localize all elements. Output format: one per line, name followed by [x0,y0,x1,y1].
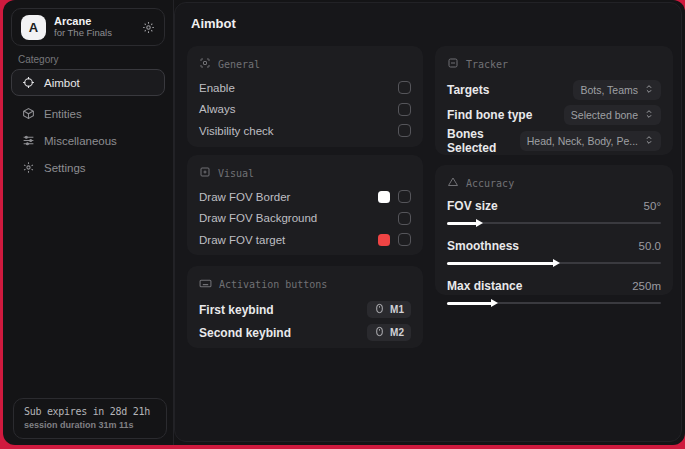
general-card: General Enable Always Visibility check [187,46,423,147]
tracker-row: Targets Bots, Teams [447,77,661,103]
slider-label: Smoothness [447,239,519,253]
card-title-label: Accuracy [466,178,514,189]
keybind-row: First keybind M1 [199,298,411,321]
general-card-header: General [199,57,411,71]
card-title-label: Tracker [466,59,508,70]
slider-group: FOV size 50° [447,196,661,229]
activation-card-header: Activation buttons [199,277,411,292]
sidebar-item-settings[interactable]: Settings [11,154,165,181]
accuracy-card: Accuracy FOV size 50° Smoothness 50.0 [435,165,673,295]
fov-border-color-swatch[interactable] [378,191,390,203]
slider-header: Max distance 250m [447,276,661,296]
session-duration-text: session duration 31m 11s [24,420,156,430]
draw-fov-background-checkbox[interactable] [398,212,411,225]
sidebar: A Arcane for The Finals Category Aimbot [3,0,174,445]
slider-value: 50° [644,200,661,212]
entities-icon [22,107,35,120]
tracker-label: Find bone type [447,108,532,122]
max-distance-slider[interactable] [447,297,661,309]
sliders-icon [22,134,35,147]
keybind-label: Second keybind [199,326,291,340]
sidebar-item-label: Miscellaneous [44,135,117,147]
visual-card: Visual Draw FOV Border Draw FOV Backgrou… [187,155,423,255]
targets-select[interactable]: Bots, Teams [573,80,661,100]
chevrons-up-down-icon [644,109,654,121]
sidebar-item-miscellaneous[interactable]: Miscellaneous [11,127,165,154]
keyboard-icon [199,277,212,292]
scan-icon [199,57,211,71]
main-panel: Aimbot General Enable Always Visibility … [174,2,682,442]
app-header-card: A Arcane for The Finals [11,8,165,46]
category-label: Category [18,54,173,65]
visibility-check-checkbox[interactable] [398,124,411,137]
setting-controls [378,233,411,246]
keybind-row: Second keybind M2 [199,321,411,344]
tracker-label: Bones Selected [447,127,520,155]
subscription-card: Sub expires in 28d 21h session duration … [13,398,167,439]
draw-fov-border-checkbox[interactable] [398,190,411,203]
slider-group: Smoothness 50.0 [447,236,661,269]
minus-square-icon [447,57,459,71]
sidebar-item-label: Entities [44,108,82,120]
smoothness-slider[interactable] [447,257,661,269]
slider-value: 250m [632,280,661,292]
setting-label: Visibility check [199,125,274,137]
mouse-icon [374,326,385,339]
card-title-label: Activation buttons [219,279,327,290]
slider-header: FOV size 50° [447,196,661,216]
chevrons-up-down-icon [644,135,654,147]
slider-group: Max distance 250m [447,276,661,309]
app-title-block: Arcane for The Finals [54,15,134,39]
slider-fill [447,302,492,305]
sidebar-menu: Aimbot Entities Miscellaneous Settings [11,69,165,181]
first-keybind-button[interactable]: M1 [367,301,411,318]
slider-label: FOV size [447,199,498,213]
page-title: Aimbot [191,16,236,31]
setting-label: Draw FOV Background [199,212,317,224]
tracker-card-header: Tracker [447,57,661,71]
gear-icon [22,161,35,174]
always-checkbox[interactable] [398,103,411,116]
activation-card: Activation buttons First keybind M1 Seco… [187,266,423,348]
setting-row: Draw FOV target [199,229,411,251]
slider-thumb[interactable] [553,259,560,267]
setting-row: Always [199,99,411,121]
find-bone-type-select[interactable]: Selected bone [564,105,661,125]
setting-label: Draw FOV target [199,234,285,246]
fov-size-slider[interactable] [447,217,661,229]
tracker-label: Targets [447,83,489,97]
mouse-icon [374,303,385,316]
slider-fill [447,222,477,225]
slider-thumb[interactable] [491,299,498,307]
app-subtitle: for The Finals [54,28,134,39]
card-title-label: Visual [218,168,254,179]
sidebar-item-label: Settings [44,162,86,174]
sidebar-item-aimbot[interactable]: Aimbot [11,69,165,96]
keybind-value: M2 [390,327,404,338]
fov-target-color-swatch[interactable] [378,234,390,246]
keybind-label: First keybind [199,303,274,317]
bones-selected-select[interactable]: Head, Neck, Body, Pe... [520,131,661,151]
setting-row: Enable [199,77,411,99]
sidebar-item-label: Aimbot [44,77,80,89]
crosshair-icon [22,76,35,89]
sidebar-item-entities[interactable]: Entities [11,100,165,127]
page-background: A Arcane for The Finals Category Aimbot [0,0,685,449]
select-value: Head, Neck, Body, Pe... [527,135,638,147]
slider-thumb[interactable] [476,219,483,227]
tracker-row: Find bone type Selected bone [447,103,661,129]
select-value: Bots, Teams [580,84,638,96]
draw-fov-target-checkbox[interactable] [398,233,411,246]
setting-row: Draw FOV Border [199,186,411,208]
second-keybind-button[interactable]: M2 [367,324,411,341]
setting-row: Draw FOV Background [199,208,411,230]
slider-value: 50.0 [639,240,661,252]
app-name: Arcane [54,15,134,28]
frame-icon [199,166,211,180]
triangle-icon [447,176,459,190]
header-gear-icon[interactable] [142,21,155,34]
card-title-label: General [218,59,260,70]
enable-checkbox[interactable] [398,81,411,94]
sub-expiry-text: Sub expires in 28d 21h [24,406,156,417]
setting-label: Enable [199,82,235,94]
